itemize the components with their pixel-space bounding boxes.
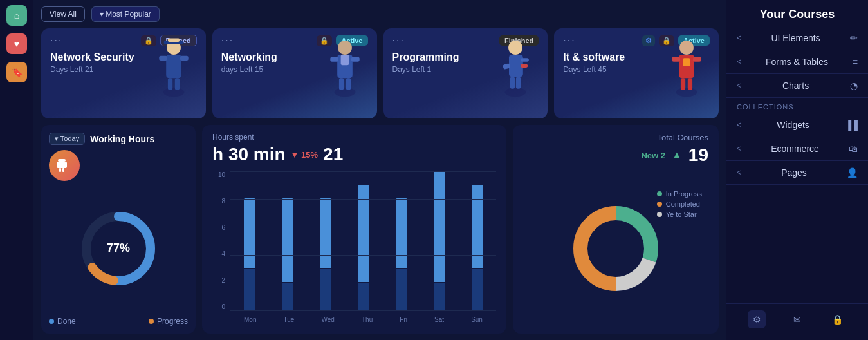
working-hours-title: Working Hours [90,134,154,144]
total-courses-panel: Total Courses New 2 ▲ 19 [513,125,719,334]
chevron-left-widgets: < [737,120,741,129]
svg-rect-14 [338,78,343,90]
x-label-fri: Fri [400,316,407,323]
pages-icon: 👤 [847,167,858,178]
right-sidebar: Your Courses < UI Elements ✏ < Forms & T… [726,0,868,340]
svg-rect-34 [57,162,67,168]
heart-icon[interactable]: ♥ [6,33,27,54]
svg-rect-8 [168,38,180,41]
total-courses-label: Total Courses [523,133,708,142]
today-button[interactable]: ▾ Today [49,133,85,145]
bottom-row: ▾ Today Working Hours [41,125,719,334]
figure-2 [319,28,371,99]
done-dot [49,319,54,324]
forms-tables-label: Forms & Tables [766,57,828,67]
y-label-4: 4 [221,250,225,258]
svg-rect-16 [340,55,349,65]
hours-spent-label: Hours spent [212,133,496,142]
total-courses-legend: In Progress Completed Ye to Star [657,190,702,218]
working-hours-donut: 77% [49,185,188,312]
bar-tue [282,171,293,310]
gear-icon[interactable]: ⚙ [748,310,766,328]
pct-badge: ▼ 15% [291,150,319,160]
hours-spent-value: h 30 min ▼ 15% 21 [212,144,496,165]
figure-4 [661,28,712,99]
course-card-network-security[interactable]: ··· 🔒 Paused Netw [41,28,206,118]
working-hours-header: ▾ Today Working Hours [49,133,188,145]
most-popular-button[interactable]: ▾ Most Popular [91,6,160,22]
working-hours-legend: Done Progress [49,317,188,326]
completed-dot [657,202,662,207]
top-bar: View All ▾ Most Popular [41,6,719,22]
chart-icon: ◔ [850,80,858,91]
course-card-networking[interactable]: ··· 🔒 Active Networking [212,28,377,118]
sidebar-item-ecommerce[interactable]: < Ecommerce 🛍 [726,137,868,161]
sidebar-item-forms-tables[interactable]: < Forms & Tables ≡ [726,50,868,74]
lock-icon[interactable]: 🔒 [829,310,847,328]
sidebar-item-widgets[interactable]: < Widgets ▐▐ [726,113,868,137]
widgets-label: Widgets [777,120,809,130]
mail-icon[interactable]: ✉ [788,310,806,328]
svg-rect-28 [672,57,680,62]
progress-dot [149,319,154,324]
svg-rect-35 [59,168,61,172]
hours-spent-panel: Hours spent h 30 min ▼ 15% 21 10 8 6 4 [202,125,506,334]
view-all-button[interactable]: View All [41,6,85,22]
chevron-left-forms: < [737,57,741,66]
your-courses-title: Your Courses [726,5,868,26]
svg-rect-13 [351,57,360,62]
y-label-10: 10 [218,171,225,178]
course-card-it-software[interactable]: ··· ⚙ 🔒 Active It [554,28,719,118]
total-number: 19 [688,145,708,165]
svg-rect-24 [516,77,521,88]
card-dots-4: ··· [563,35,575,46]
avatar [49,150,80,181]
figure-1 [148,28,199,99]
ui-elements-label: UI Elements [771,33,820,43]
svg-rect-32 [683,58,690,66]
yet-to-start-dot [657,212,662,217]
total-value-row: New 2 ▲ 19 [523,145,708,165]
svg-rect-2 [166,55,181,78]
chevron-left-charts: < [737,81,741,90]
bars-container [230,171,496,310]
bar-sat [434,171,445,310]
chevron-left-ui: < [737,33,741,42]
card-dots-1: ··· [50,35,62,46]
x-label-tue: Tue [284,316,295,323]
svg-rect-23 [510,77,515,88]
svg-rect-31 [688,78,692,90]
edit-icon: ✏ [850,33,858,43]
widget-icon: ▐▐ [845,120,858,130]
y-label-6: 6 [221,224,225,231]
home-icon[interactable]: ⌂ [6,5,27,26]
course-card-programming[interactable]: ··· Finished Programming Days Lef [383,28,548,118]
x-labels: Mon Tue Wed Thu Fri Sat Sun [230,313,496,326]
bar-thu [358,171,369,310]
main-content: View All ▾ Most Popular ··· 🔒 Paused [33,0,726,340]
sidebar-item-pages[interactable]: < Pages 👤 [726,161,868,185]
svg-rect-5 [168,78,172,90]
ecommerce-label: Ecommerce [771,144,819,154]
charts-label: Charts [782,80,809,91]
svg-rect-15 [346,78,350,90]
bar-sun [472,171,483,310]
list-icon: ≡ [853,57,858,67]
svg-rect-30 [681,78,685,90]
sidebar-item-charts[interactable]: < Charts ◔ [726,74,868,98]
legend-in-progress: In Progress [657,190,702,198]
svg-rect-4 [180,56,189,61]
x-label-thu: Thu [362,316,373,323]
courses-row: ··· 🔒 Paused Netw [41,28,719,118]
svg-point-18 [508,41,522,55]
svg-point-10 [338,41,352,55]
y-label-2: 2 [221,277,225,284]
bar-fri [396,171,407,310]
working-hours-percent: 77% [107,241,130,255]
total-courses-donut: In Progress Completed Ye to Star [523,171,708,326]
bookmark-icon[interactable]: 🔖 [6,62,27,82]
svg-rect-12 [330,57,338,62]
sidebar-item-ui-elements[interactable]: < UI Elements ✏ [726,26,868,50]
svg-rect-22 [521,64,528,67]
pages-label: Pages [781,167,807,178]
